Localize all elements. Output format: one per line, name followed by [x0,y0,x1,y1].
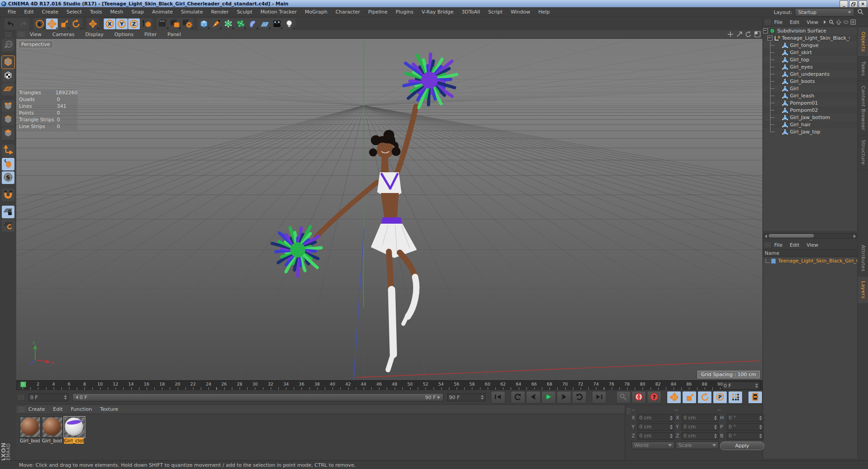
lock-z-axis-button[interactable]: Z [128,18,140,29]
menu-overflow-icon[interactable] [824,20,826,24]
expander-icon[interactable] [763,28,768,33]
viewport-drag-handle[interactable] [18,32,24,37]
polygons-mode-button[interactable] [2,127,14,140]
workplane-rotate-button[interactable] [2,219,14,232]
menu-item-7[interactable]: Animate [148,8,177,16]
open-timeline-button[interactable] [748,391,762,404]
coord-value-field[interactable]: 0 ° [727,414,764,422]
menu-item-16[interactable]: V-Ray Bridge [417,8,457,16]
coord-value-field[interactable]: 0 cm [682,423,719,431]
scroll-right-icon[interactable] [854,234,856,238]
menu-item-1[interactable]: Edit [20,8,37,16]
record-pla-button[interactable] [728,391,743,404]
minimize-button[interactable]: _ [840,0,848,8]
points-mode-button[interactable] [2,100,14,113]
add-deformer-button[interactable] [247,18,259,29]
workplane-mode-button[interactable] [2,83,14,96]
lm-menu-item-0[interactable]: File [771,242,786,248]
material-thumbnail[interactable] [20,417,41,437]
layout-dropdown[interactable]: Startup [795,8,854,17]
menu-item-6[interactable]: Snap [127,8,148,16]
search-icon[interactable] [857,9,863,16]
menu-item-3[interactable]: Select [62,8,86,16]
move-tool-button[interactable] [46,18,58,29]
layer-row[interactable]: Teenage_Light_Skin_Black_Girl_Chee [763,257,858,265]
model-mode-button[interactable] [2,56,14,69]
lock-x-axis-button[interactable]: X [104,18,115,29]
menu-item-12[interactable]: MoGraph [301,8,332,16]
material-item[interactable]: Girl_body [42,417,63,444]
menu-item-4[interactable]: Tools [86,8,106,16]
make-editable-button[interactable] [2,39,14,51]
material-thumbnail[interactable] [64,417,85,437]
close-button[interactable]: × [859,0,867,8]
menu-item-18[interactable]: Script [484,8,507,16]
scale-tool-button[interactable] [58,18,70,29]
autokey-button[interactable] [632,391,646,404]
viewport-menu-item-5[interactable]: Panel [162,31,186,38]
viewport-menu-item-4[interactable]: Filter [139,31,162,38]
object-row-teenage-light-skin-black-girl-ch[interactable]: 0Teenage_Light_Skin_Black_Girl_Ch [763,34,858,41]
om-horizontal-scrollbar[interactable] [763,233,858,239]
om-add-icon[interactable] [850,19,856,25]
menu-item-14[interactable]: Pipeline [364,8,392,16]
menu-item-13[interactable]: Character [332,8,364,16]
object-row-girl-top[interactable]: Girl_top [763,56,858,63]
om-menu-item-0[interactable]: File [771,19,786,26]
menu-item-9[interactable]: Render [207,8,233,16]
menu-item-5[interactable]: Mesh [106,8,127,16]
object-row-girl-jaw-top[interactable]: Girl_Jaw_top [763,128,858,135]
range-start-grip-icon[interactable] [75,395,78,399]
lm-menu-item-2[interactable]: View [803,242,822,248]
axis-mode-button[interactable] [2,144,14,157]
prev-key-button[interactable] [511,391,525,404]
play-button[interactable] [541,391,556,404]
viewport-menu-item-0[interactable]: View [24,31,47,38]
object-row-pompom02[interactable]: Pompom02 [763,106,858,114]
record-parameter-button[interactable]: P [713,391,727,404]
material-menu-item-0[interactable]: Create [24,405,49,413]
viewport-menu-item-1[interactable]: Cameras [47,31,80,38]
record-position-button[interactable] [667,391,681,404]
record-scale-button[interactable] [682,391,697,404]
tab-content-browser[interactable]: Content Browser [858,81,868,135]
object-row-girl-underpants[interactable]: Girl_underpants [763,70,858,78]
coord-value-field[interactable]: 0 cm [682,414,719,422]
material-name[interactable]: Girl_body [42,438,62,444]
menu-item-2[interactable]: Create [38,8,63,16]
om-menu-item-2[interactable]: View [803,19,822,26]
preview-range-slider[interactable]: 0 F 90 F [72,393,444,401]
menu-item-17[interactable]: 3DToAll [457,8,484,16]
menu-item-0[interactable]: File [4,8,20,16]
add-environment-button[interactable] [259,18,271,29]
tab-structure[interactable]: Structure [858,135,868,170]
undo-button[interactable] [5,18,17,29]
object-row-girl-skirt[interactable]: Girl_skirt [763,49,858,56]
object-row-girl[interactable]: Girl [763,85,858,92]
palette-drag-handle[interactable] [5,32,11,37]
toggle-view-icon[interactable] [754,31,761,37]
object-row-girl-boots[interactable]: Girl_boots [763,78,858,85]
next-key-button[interactable] [572,391,586,404]
redo-button[interactable] [17,18,29,29]
lock-y-axis-button[interactable]: Y [116,18,128,29]
om-path-up-icon[interactable] [836,19,841,25]
object-row-girl-hair[interactable]: Girl_hair [763,121,858,128]
texture-mode-button[interactable] [2,69,14,82]
menu-item-11[interactable]: Motion Tracker [256,8,300,16]
lm-drag-handle[interactable] [764,242,771,248]
tab-takes[interactable]: Takes [858,57,868,81]
material-item[interactable]: Girl_body [20,417,41,444]
edges-mode-button[interactable] [2,114,14,126]
material-menu-item-3[interactable]: Texture [96,405,122,413]
render-picture-viewer-button[interactable] [169,18,181,29]
tab-layers[interactable]: Layers [858,276,868,303]
restore-button[interactable] [849,0,858,8]
viewport-canvas[interactable]: YX Perspective Triangles1892260Quads0Lin… [16,39,762,380]
lock-workplane-button[interactable] [2,206,14,218]
coord-value-field[interactable]: 0 cm [637,414,674,422]
render-settings-button[interactable] [181,18,193,29]
add-subdivision-button[interactable] [222,18,234,29]
last-tool-button[interactable] [87,18,99,29]
viewport-menu-item-2[interactable]: Display [80,31,109,38]
